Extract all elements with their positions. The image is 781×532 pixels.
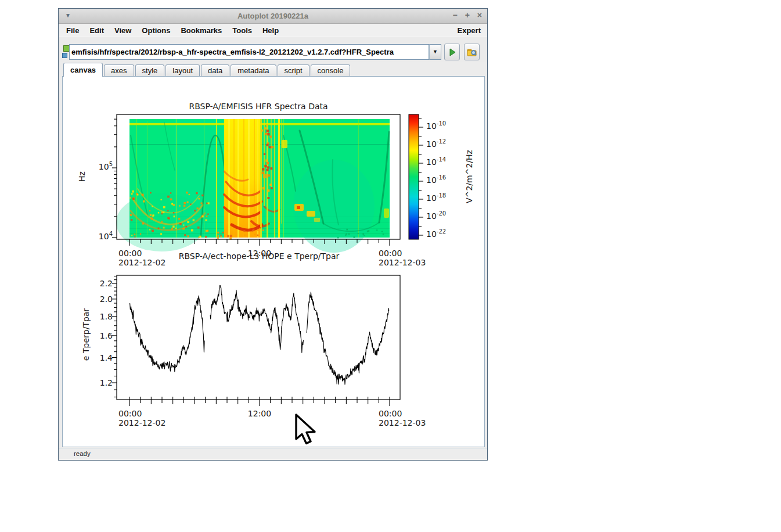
title-bar[interactable]: ▼ Autoplot 20190221a − + × [59,9,487,24]
plot1-x-tick-label: 00:00 [379,249,402,258]
plot1-x-tick-label: 00:00 [118,249,142,258]
status-bar: ready [59,448,487,460]
plot2-y-tick-label: 1.2 [81,378,113,387]
plot2-x-tick-label: 12:00 [248,409,271,418]
autoplot-window: ▼ Autoplot 20190221a − + × File Edit Vie… [58,8,488,461]
plot1-x-date-label: 2012-12-02 [118,258,165,267]
mouse-cursor-icon [296,415,315,444]
colorbar-tick-label: 10-16 [426,175,446,185]
inspect-button[interactable] [464,44,480,60]
colorbar-axis-label: V^2/m^2/Hz [465,150,474,203]
menu-file[interactable]: File [59,26,84,35]
plot1-y-tick-label: 105 [81,162,113,171]
maximize-button[interactable]: + [465,10,470,20]
plot1-y-tick-label: 104 [81,232,113,241]
folder-magnifier-icon [467,48,477,57]
plot2-x-tick-label: 00:00 [379,409,402,418]
go-button[interactable] [444,44,460,60]
spectrogram-image[interactable] [116,119,390,253]
minimize-button[interactable]: − [452,10,457,20]
colorbar-tick-label: 10-22 [426,229,446,239]
tab-layout[interactable]: layout [165,64,200,77]
tab-data[interactable]: data [201,64,229,77]
uri-input[interactable] [69,44,429,60]
tab-console[interactable]: console [311,64,351,77]
plot-canvas[interactable]: RBSP-A/EMFISIS HFR Spectra DataHz1051040… [63,77,484,447]
plot2-y-tick-label: 2.2 [81,279,113,288]
menu-help[interactable]: Help [257,26,284,35]
line-series [129,285,389,384]
plot2-x-date-label: 2012-12-02 [118,418,165,427]
plot2-title: RBSP-A/ect-hope-L3 HOPE e Tperp/Tpar [179,251,340,261]
colorbar[interactable] [409,114,419,239]
window-title: Autoplot 20190221a [59,12,487,20]
menu-bar: File Edit View Options Bookmarks Tools H… [59,24,487,37]
colorbar-tick-label: 10-10 [426,121,446,131]
tab-row: canvas axes style layout data metadata s… [59,62,487,77]
plot1-title: RBSP-A/EMFISIS HFR Spectra Data [189,102,327,111]
tab-style[interactable]: style [135,64,165,77]
expert-mode-label[interactable]: Expert [458,26,487,35]
menu-view[interactable]: View [109,26,136,35]
close-button[interactable]: × [477,10,482,20]
plot1-x-date-label: 2012-12-03 [379,258,426,267]
menu-bookmarks[interactable]: Bookmarks [175,26,227,35]
colorbar-tick-label: 10-12 [426,139,446,149]
plot2-x-tick-label: 00:00 [118,409,142,418]
plot2-y-tick-label: 1.6 [81,331,113,340]
tab-script[interactable]: script [278,64,309,77]
plot2-x-date-label: 2012-12-03 [379,418,426,427]
tab-axes[interactable]: axes [104,64,134,77]
colorbar-tick-label: 10-14 [426,157,446,167]
plot2-y-tick-label: 1.8 [81,312,113,321]
plot2-y-tick-label: 1.4 [81,353,113,362]
play-icon [448,48,457,57]
menu-tools[interactable]: Tools [227,26,257,35]
status-message: ready [74,450,91,457]
address-toolbar: ▼ [59,37,487,62]
tab-canvas[interactable]: canvas [63,63,103,77]
plot2-y-tick-label: 2.0 [81,294,113,304]
colorbar-tick-label: 10-20 [426,211,446,221]
tab-metadata[interactable]: metadata [231,64,276,77]
plot1-y-axis-label: Hz [77,171,87,182]
uri-dropdown-button[interactable]: ▼ [429,44,441,60]
canvas-panel: RBSP-A/EMFISIS HFR Spectra DataHz1051040… [62,76,485,447]
datasource-icon-secondary [62,53,67,58]
menu-edit[interactable]: Edit [84,26,109,35]
colorbar-tick-label: 10-18 [426,193,446,203]
menu-options[interactable]: Options [136,26,175,35]
